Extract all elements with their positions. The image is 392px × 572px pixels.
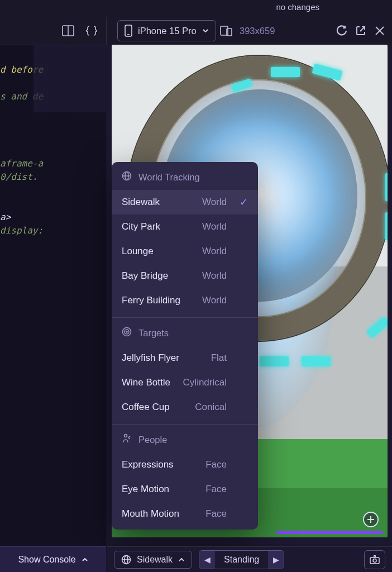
code-line: 0/dist. bbox=[0, 170, 106, 184]
status-text: no changes bbox=[276, 2, 319, 12]
device-label: iPhone 15 Pro bbox=[138, 26, 197, 36]
globe-icon bbox=[122, 171, 132, 183]
dimensions-text: 393x659 bbox=[240, 26, 275, 36]
open-external-icon[interactable] bbox=[354, 24, 367, 37]
toolbar: iPhone 15 Pro 393x659 bbox=[0, 17, 392, 45]
code-editor[interactable]: d before s and de aframe-a0/dist. a>disp… bbox=[0, 45, 106, 550]
dropdown-item-type: World bbox=[202, 221, 227, 232]
dropdown-item[interactable]: ExpressionsFace✓ bbox=[112, 452, 258, 477]
dropdown-item[interactable]: Jellyfish FlyerFlat✓ bbox=[112, 346, 258, 370]
dropdown-item-name: Sidewalk bbox=[122, 197, 160, 208]
dropdown-item[interactable]: LoungeWorld✓ bbox=[112, 239, 258, 264]
svg-rect-19 bbox=[370, 557, 379, 564]
code-line bbox=[0, 197, 106, 211]
person-icon bbox=[122, 433, 132, 446]
dropdown-section-header: World Tracking bbox=[112, 162, 258, 190]
dropdown-item[interactable]: City ParkWorld✓ bbox=[112, 214, 258, 239]
code-line: a> bbox=[0, 211, 106, 224]
check-icon: ✓ bbox=[237, 196, 248, 208]
responsive-icon[interactable] bbox=[219, 24, 233, 37]
console-label: Show Console bbox=[18, 555, 75, 565]
svg-point-21 bbox=[374, 555, 376, 557]
dropdown-item-name: Bay Bridge bbox=[122, 270, 168, 282]
code-line bbox=[0, 144, 106, 157]
pose-stepper: ◀ Standing ▶ bbox=[199, 550, 284, 569]
dropdown-item-name: Expressions bbox=[122, 459, 174, 470]
minimap[interactable] bbox=[34, 45, 106, 112]
svg-point-20 bbox=[373, 559, 376, 562]
dropdown-item-name: Wine Bottle bbox=[122, 377, 170, 388]
scene-dropdown: World TrackingSidewalkWorld✓City ParkWor… bbox=[112, 162, 258, 530]
dropdown-item-name: Eye Motion bbox=[122, 484, 169, 495]
dropdown-item-type: World bbox=[202, 197, 227, 208]
phone-icon bbox=[125, 25, 132, 37]
reload-icon[interactable] bbox=[335, 24, 348, 37]
pose-label: Standing bbox=[215, 555, 268, 565]
close-icon[interactable] bbox=[373, 24, 386, 37]
chevron-up-icon bbox=[178, 556, 185, 563]
dropdown-section-header: Targets bbox=[112, 318, 258, 346]
code-line: display: bbox=[0, 224, 106, 237]
chevron-up-icon bbox=[82, 556, 88, 563]
scene-selector[interactable]: Sidewalk bbox=[114, 551, 192, 569]
braces-icon[interactable] bbox=[85, 24, 98, 37]
chevron-down-icon bbox=[202, 27, 209, 34]
show-console-button[interactable]: Show Console bbox=[0, 546, 106, 572]
pose-prev-button[interactable]: ◀ bbox=[199, 551, 215, 569]
dropdown-item-type: Face bbox=[205, 508, 227, 519]
target-icon bbox=[122, 327, 132, 339]
dropdown-item-type: Face bbox=[205, 459, 227, 470]
dropdown-item-name: Coffee Cup bbox=[122, 402, 170, 413]
dropdown-item[interactable]: Mouth MotionFace✓ bbox=[112, 502, 258, 526]
dropdown-item-name: City Park bbox=[122, 221, 160, 232]
svg-line-6 bbox=[360, 27, 365, 31]
dropdown-item-type: Conical bbox=[195, 402, 227, 413]
dropdown-section-title: World Tracking bbox=[138, 172, 200, 183]
dropdown-item[interactable]: Eye MotionFace✓ bbox=[112, 477, 258, 502]
dropdown-item-type: Cylindrical bbox=[183, 377, 227, 388]
dropdown-item-type: World bbox=[202, 270, 227, 282]
globe-icon bbox=[121, 555, 131, 565]
dropdown-item-type: World bbox=[202, 295, 227, 306]
dropdown-item-name: Jellyfish Flyer bbox=[122, 352, 179, 364]
dropdown-section-title: People bbox=[138, 435, 167, 445]
split-columns-icon[interactable] bbox=[61, 24, 75, 37]
dropdown-item-type: Face bbox=[205, 484, 227, 495]
timeline-track[interactable] bbox=[116, 531, 383, 534]
pose-next-button[interactable]: ▶ bbox=[268, 551, 284, 569]
code-line bbox=[0, 184, 106, 197]
code-line bbox=[0, 117, 106, 130]
recenter-icon[interactable] bbox=[363, 512, 379, 527]
dropdown-item[interactable]: Wine BottleCylindrical✓ bbox=[112, 370, 258, 395]
dropdown-section-header: People bbox=[112, 425, 258, 452]
dropdown-item-name: Lounge bbox=[122, 246, 154, 257]
status-bar: no changes bbox=[276, 2, 392, 16]
device-selector[interactable]: iPhone 15 Pro bbox=[117, 20, 216, 41]
svg-point-15 bbox=[125, 435, 127, 437]
code-line: aframe-a bbox=[0, 157, 106, 170]
footer-bar: Sidewalk ◀ Standing ▶ bbox=[107, 546, 392, 572]
dropdown-section-title: Targets bbox=[138, 328, 169, 339]
camera-button[interactable] bbox=[364, 550, 385, 569]
dropdown-item-type: Flat bbox=[211, 352, 227, 364]
dropdown-item[interactable]: Coffee CupConical✓ bbox=[112, 395, 258, 420]
dropdown-item[interactable]: Ferry BuildingWorld✓ bbox=[112, 288, 258, 313]
scene-label: Sidewalk bbox=[137, 555, 173, 565]
dropdown-item-name: Mouth Motion bbox=[122, 508, 179, 519]
svg-point-14 bbox=[126, 331, 127, 332]
dropdown-item[interactable]: SidewalkWorld✓ bbox=[112, 190, 258, 214]
dropdown-item-type: World bbox=[202, 246, 227, 257]
dropdown-item-name: Ferry Building bbox=[122, 295, 180, 306]
code-line bbox=[0, 130, 106, 144]
dropdown-item[interactable]: Bay BridgeWorld✓ bbox=[112, 264, 258, 288]
